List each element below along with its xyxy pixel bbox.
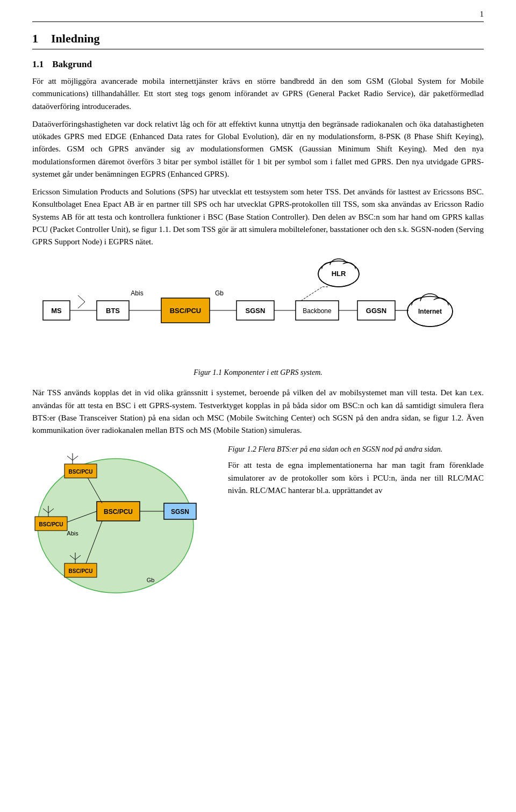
svg-text:BSC/PCU: BSC/PCU [104,508,133,516]
section-heading: 1.1 Bakgrund [32,59,484,70]
svg-text:GGSN: GGSN [366,307,386,315]
svg-text:SGSN: SGSN [246,307,266,315]
figure-1-1-svg: MS BTS Abis BSC/PCU Gb SGSN [38,258,478,365]
figure-1-2-text: Figur 1.2 Flera BTS:er på ena sidan och … [228,445,484,502]
chapter-heading: 1 Inledning [32,32,484,49]
svg-text:BSC/PCU: BSC/PCU [170,307,202,315]
svg-line-57 [67,456,73,460]
svg-text:Backbone: Backbone [303,307,332,315]
paragraph-3: Ericsson Simulation Products and Solutio… [32,186,484,248]
svg-line-4 [78,302,85,308]
figure-1-2-svg: BSC/PCU ⚡ BSC/PCU BSC/PCU Abis BSC/PCU [32,445,210,596]
svg-text:MS: MS [51,307,62,315]
svg-text:SGSN: SGSN [171,508,189,516]
figure-1-2-body: För att testa de egna implementationerna… [228,459,484,497]
svg-text:BTS: BTS [106,307,120,315]
svg-line-3 [78,295,85,302]
section-number: 1.1 [32,59,44,70]
figure-1-2-caption: Figur 1.2 Flera BTS:er på ena sidan och … [228,445,484,454]
svg-line-36 [301,287,322,301]
figure-1-1: MS BTS Abis BSC/PCU Gb SGSN [32,258,484,377]
top-rule [32,21,484,22]
svg-line-58 [73,456,78,460]
page-number: 1 [480,10,484,19]
svg-text:Gb: Gb [215,289,224,297]
svg-text:BSC/PCU: BSC/PCU [68,568,92,574]
svg-text:Gb: Gb [147,577,155,583]
svg-text:BSC/PCU: BSC/PCU [39,521,63,527]
page: 1 1 Inledning 1.1 Bakgrund För att möjli… [0,0,516,812]
chapter-number: 1 [32,32,38,46]
svg-text:HLR: HLR [332,270,346,278]
paragraph-4: När TSS används kopplas det in vid olika… [32,387,484,437]
section-title: Bakgrund [52,59,92,70]
paragraph-2: Dataöverföringshastigheten var dock rela… [32,118,484,180]
figure-1-2-container: BSC/PCU ⚡ BSC/PCU BSC/PCU Abis BSC/PCU [32,445,484,598]
figure-1-1-caption: Figur 1.1 Komponenter i ett GPRS system. [32,368,484,377]
svg-text:Internet: Internet [418,308,442,315]
paragraph-1: För att möjliggöra avancerade mobila int… [32,75,484,113]
svg-text:BSC/PCU: BSC/PCU [68,469,92,475]
svg-text:Abis: Abis [131,289,143,297]
svg-text:Abis: Abis [67,530,78,536]
figure-1-2-image: BSC/PCU ⚡ BSC/PCU BSC/PCU Abis BSC/PCU [32,445,215,598]
chapter-title: Inledning [51,32,100,46]
